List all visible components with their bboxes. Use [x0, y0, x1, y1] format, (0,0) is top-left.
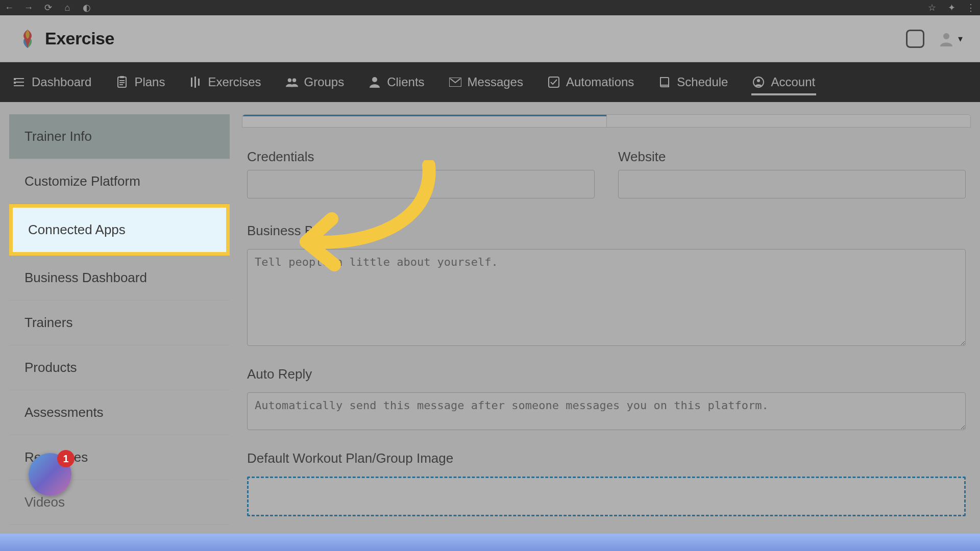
default-image-label: Default Workout Plan/Group Image: [247, 450, 966, 466]
website-input[interactable]: [618, 170, 966, 198]
nav-exercises[interactable]: Exercises: [188, 71, 262, 93]
auto-reply-textarea[interactable]: [247, 392, 966, 430]
nav-label: Groups: [304, 75, 345, 89]
svg-rect-12: [194, 77, 196, 88]
content-region: Trainer Info Customize Platform Connecte…: [0, 102, 980, 541]
sidebar-item-label: Videos: [24, 494, 65, 510]
svg-point-0: [943, 33, 949, 39]
reload-icon[interactable]: ⟳: [43, 3, 53, 13]
brand-logo-icon: [17, 29, 38, 49]
tab-business-information[interactable]: Business Information: [242, 115, 606, 128]
nav-label: Automations: [566, 75, 634, 89]
svg-rect-7: [120, 76, 124, 78]
credentials-label: Credentials: [247, 149, 595, 165]
nav-account[interactable]: Account: [751, 71, 816, 95]
back-icon[interactable]: ←: [4, 3, 14, 13]
nav-clients[interactable]: Clients: [368, 71, 425, 93]
nav-label: Account: [771, 75, 815, 89]
svg-rect-4: [14, 78, 16, 80]
chat-badge-count: 1: [63, 453, 68, 465]
sidebar-item-label: Products: [24, 360, 77, 375]
user-icon: [369, 76, 381, 88]
sidebar-item-label: Business Dashboard: [24, 270, 147, 285]
nav-label: Dashboard: [32, 75, 91, 89]
home-icon[interactable]: ⌂: [62, 3, 72, 13]
svg-rect-19: [660, 85, 669, 86]
business-bio-textarea[interactable]: [247, 249, 966, 346]
chat-badge: 1: [57, 450, 75, 467]
svg-point-14: [287, 79, 291, 82]
main-panel: Business Information Personal Informatio…: [242, 114, 971, 541]
nav-label: Schedule: [677, 75, 728, 89]
account-icon: [752, 76, 765, 88]
nav-label: Messages: [468, 75, 523, 89]
avatar-icon: [939, 31, 954, 46]
svg-rect-5: [14, 82, 16, 84]
site-info-icon[interactable]: ◐: [82, 3, 92, 13]
sliders-icon: [189, 76, 202, 88]
nav-plans[interactable]: Plans: [115, 71, 166, 93]
browser-chrome: ← → ⟳ ⌂ ◐ ☆ ✦ ⋮: [0, 0, 980, 15]
sidebar-item-label: Assessments: [24, 405, 104, 420]
nav-schedule[interactable]: Schedule: [657, 71, 729, 93]
header-square-toggle[interactable]: [906, 30, 924, 48]
brand-name: Exercise: [45, 29, 114, 48]
user-menu[interactable]: ▾: [939, 31, 963, 46]
sidebar-item-business-dashboard[interactable]: Business Dashboard: [9, 256, 230, 300]
sidebar-item-label: Trainer Info: [24, 129, 92, 144]
tabs: Business Information Personal Informatio…: [242, 114, 971, 128]
sidebar-item-customize-platform[interactable]: Customize Platform: [9, 159, 230, 204]
book-icon: [658, 76, 671, 88]
nav-messages[interactable]: Messages: [448, 71, 524, 93]
svg-rect-13: [198, 79, 200, 86]
checkbox-icon: [548, 76, 560, 88]
chat-widget[interactable]: 1: [29, 453, 71, 496]
extensions-icon[interactable]: ✦: [946, 3, 957, 13]
sidebar-item-label: Customize Platform: [24, 173, 140, 189]
nav-label: Clients: [387, 75, 424, 89]
sidebar-item-label: Trainers: [24, 315, 72, 330]
clipboard-icon: [116, 76, 128, 88]
forward-icon[interactable]: →: [23, 3, 34, 13]
sidebar-item-connected-apps[interactable]: Connected Apps: [9, 204, 230, 256]
svg-point-21: [757, 79, 760, 82]
tab-personal-information[interactable]: Personal Information: [606, 115, 971, 128]
credentials-input[interactable]: [247, 170, 595, 198]
app-header: Exercise ▾: [0, 15, 980, 62]
browser-menu-icon[interactable]: ⋮: [966, 3, 976, 13]
nav-label: Exercises: [208, 75, 261, 89]
nav-groups[interactable]: Groups: [285, 71, 346, 93]
nav-automations[interactable]: Automations: [547, 71, 635, 93]
dashboard-icon: [13, 76, 26, 88]
sidebar-item-products[interactable]: Products: [9, 345, 230, 390]
brand[interactable]: Exercise: [17, 29, 114, 49]
nav-label: Plans: [134, 75, 165, 89]
svg-point-16: [372, 77, 377, 82]
main-nav: Dashboard Plans Exercises Groups Clients…: [0, 62, 980, 102]
svg-rect-9: [119, 82, 125, 83]
svg-point-15: [292, 79, 296, 82]
envelope-icon: [449, 76, 461, 88]
sidebar-item-trainer-info[interactable]: Trainer Info: [9, 114, 230, 159]
chevron-down-icon: ▾: [958, 33, 963, 44]
sidebar-item-label: Connected Apps: [28, 222, 126, 237]
svg-rect-10: [119, 84, 123, 85]
business-bio-label: Business Bio: [247, 223, 966, 239]
svg-rect-8: [119, 80, 125, 81]
sidebar-item-assessments[interactable]: Assessments: [9, 390, 230, 435]
svg-rect-11: [191, 78, 192, 87]
svg-rect-18: [549, 77, 559, 87]
group-icon: [286, 76, 298, 88]
auto-reply-label: Auto Reply: [247, 366, 966, 382]
default-image-dropzone[interactable]: [247, 477, 966, 516]
website-label: Website: [618, 149, 966, 165]
star-icon[interactable]: ☆: [927, 3, 937, 13]
nav-dashboard[interactable]: Dashboard: [12, 71, 92, 93]
svg-rect-3: [14, 85, 24, 86]
bottom-bar: [0, 534, 980, 551]
sidebar-item-trainers[interactable]: Trainers: [9, 300, 230, 345]
